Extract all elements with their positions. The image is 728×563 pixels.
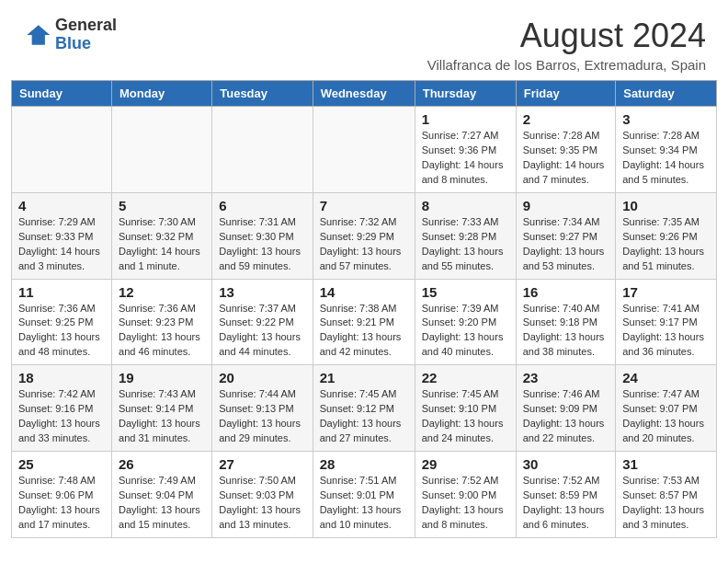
day-number: 7 (320, 198, 408, 213)
day-cell: 3Sunrise: 7:28 AMSunset: 9:34 PMDaylight… (616, 107, 717, 193)
day-number: 1 (422, 111, 509, 127)
day-info: Sunrise: 7:32 AMSunset: 9:29 PMDaylight:… (320, 215, 408, 274)
day-number: 20 (219, 370, 305, 385)
day-number: 13 (219, 284, 305, 300)
week-row-5: 25Sunrise: 7:48 AMSunset: 9:06 PMDayligh… (12, 452, 717, 538)
day-number: 2 (523, 111, 609, 127)
day-cell: 18Sunrise: 7:42 AMSunset: 9:16 PMDayligh… (12, 365, 112, 452)
calendar-table: Sunday Monday Tuesday Wednesday Thursday… (11, 80, 717, 538)
day-number: 18 (18, 370, 105, 385)
day-cell: 14Sunrise: 7:38 AMSunset: 9:21 PMDayligh… (313, 279, 415, 365)
logo: General Blue (22, 17, 117, 53)
day-info: Sunrise: 7:37 AMSunset: 9:22 PMDaylight:… (219, 302, 305, 361)
day-number: 25 (18, 456, 105, 472)
day-cell (212, 107, 313, 193)
day-cell: 13Sunrise: 7:37 AMSunset: 9:22 PMDayligh… (212, 279, 313, 365)
day-number: 14 (320, 284, 408, 300)
day-info: Sunrise: 7:52 AMSunset: 8:59 PMDaylight:… (523, 474, 609, 533)
day-number: 11 (18, 284, 105, 300)
day-number: 5 (119, 198, 205, 213)
day-info: Sunrise: 7:36 AMSunset: 9:25 PMDaylight:… (18, 302, 105, 361)
day-cell: 20Sunrise: 7:44 AMSunset: 9:13 PMDayligh… (212, 365, 313, 452)
day-info: Sunrise: 7:30 AMSunset: 9:32 PMDaylight:… (119, 215, 205, 274)
day-cell: 21Sunrise: 7:45 AMSunset: 9:12 PMDayligh… (313, 365, 415, 452)
col-monday: Monday (112, 81, 212, 107)
col-saturday: Saturday (616, 81, 717, 107)
day-number: 21 (320, 370, 408, 385)
day-cell: 9Sunrise: 7:34 AMSunset: 9:27 PMDaylight… (516, 192, 616, 279)
day-info: Sunrise: 7:45 AMSunset: 9:12 PMDaylight:… (320, 387, 408, 446)
day-cell: 27Sunrise: 7:50 AMSunset: 9:03 PMDayligh… (212, 452, 313, 538)
day-cell: 15Sunrise: 7:39 AMSunset: 9:20 PMDayligh… (415, 279, 516, 365)
day-cell (112, 107, 212, 193)
day-cell: 16Sunrise: 7:40 AMSunset: 9:18 PMDayligh… (516, 279, 616, 365)
day-info: Sunrise: 7:42 AMSunset: 9:16 PMDaylight:… (18, 387, 105, 446)
day-cell: 26Sunrise: 7:49 AMSunset: 9:04 PMDayligh… (112, 452, 212, 538)
day-info: Sunrise: 7:31 AMSunset: 9:30 PMDaylight:… (219, 215, 305, 274)
day-number: 26 (119, 456, 205, 472)
page-header: General Blue August 2024 Villafranca de … (0, 0, 728, 80)
day-cell (313, 107, 415, 193)
day-number: 3 (622, 111, 710, 127)
day-number: 23 (523, 370, 609, 385)
day-info: Sunrise: 7:28 AMSunset: 9:34 PMDaylight:… (622, 129, 710, 188)
col-tuesday: Tuesday (212, 81, 313, 107)
day-number: 10 (622, 198, 710, 213)
day-info: Sunrise: 7:47 AMSunset: 9:07 PMDaylight:… (622, 387, 710, 446)
day-cell: 23Sunrise: 7:46 AMSunset: 9:09 PMDayligh… (516, 365, 616, 452)
day-number: 19 (119, 370, 205, 385)
day-info: Sunrise: 7:33 AMSunset: 9:28 PMDaylight:… (422, 215, 509, 274)
col-sunday: Sunday (12, 81, 112, 107)
day-cell: 30Sunrise: 7:52 AMSunset: 8:59 PMDayligh… (516, 452, 616, 538)
day-info: Sunrise: 7:27 AMSunset: 9:36 PMDaylight:… (422, 129, 509, 188)
day-number: 4 (18, 198, 105, 213)
day-cell: 12Sunrise: 7:36 AMSunset: 9:23 PMDayligh… (112, 279, 212, 365)
calendar-wrapper: Sunday Monday Tuesday Wednesday Thursday… (0, 80, 728, 549)
day-number: 30 (523, 456, 609, 472)
col-wednesday: Wednesday (313, 81, 415, 107)
day-cell: 25Sunrise: 7:48 AMSunset: 9:06 PMDayligh… (12, 452, 112, 538)
day-cell: 10Sunrise: 7:35 AMSunset: 9:26 PMDayligh… (616, 192, 717, 279)
day-number: 15 (422, 284, 509, 300)
day-number: 16 (523, 284, 609, 300)
day-cell: 22Sunrise: 7:45 AMSunset: 9:10 PMDayligh… (415, 365, 516, 452)
day-cell: 8Sunrise: 7:33 AMSunset: 9:28 PMDaylight… (415, 192, 516, 279)
day-number: 8 (422, 198, 509, 213)
day-info: Sunrise: 7:53 AMSunset: 8:57 PMDaylight:… (622, 474, 710, 533)
day-cell: 5Sunrise: 7:30 AMSunset: 9:32 PMDaylight… (112, 192, 212, 279)
day-cell (12, 107, 112, 193)
day-info: Sunrise: 7:49 AMSunset: 9:04 PMDaylight:… (119, 474, 205, 533)
week-row-3: 11Sunrise: 7:36 AMSunset: 9:25 PMDayligh… (12, 279, 717, 365)
title-block: August 2024 Villafranca de los Barros, E… (427, 17, 706, 73)
day-number: 28 (320, 456, 408, 472)
day-cell: 24Sunrise: 7:47 AMSunset: 9:07 PMDayligh… (616, 365, 717, 452)
day-info: Sunrise: 7:28 AMSunset: 9:35 PMDaylight:… (523, 129, 609, 188)
day-cell: 17Sunrise: 7:41 AMSunset: 9:17 PMDayligh… (616, 279, 717, 365)
day-number: 31 (622, 456, 710, 472)
day-info: Sunrise: 7:35 AMSunset: 9:26 PMDaylight:… (622, 215, 710, 274)
logo-icon (22, 20, 51, 50)
day-info: Sunrise: 7:40 AMSunset: 9:18 PMDaylight:… (523, 302, 609, 361)
day-cell: 11Sunrise: 7:36 AMSunset: 9:25 PMDayligh… (12, 279, 112, 365)
day-info: Sunrise: 7:43 AMSunset: 9:14 PMDaylight:… (119, 387, 205, 446)
day-info: Sunrise: 7:29 AMSunset: 9:33 PMDaylight:… (18, 215, 105, 274)
day-cell: 2Sunrise: 7:28 AMSunset: 9:35 PMDaylight… (516, 107, 616, 193)
day-info: Sunrise: 7:51 AMSunset: 9:01 PMDaylight:… (320, 474, 408, 533)
day-info: Sunrise: 7:52 AMSunset: 9:00 PMDaylight:… (422, 474, 509, 533)
day-number: 6 (219, 198, 305, 213)
day-info: Sunrise: 7:41 AMSunset: 9:17 PMDaylight:… (622, 302, 710, 361)
week-row-1: 1Sunrise: 7:27 AMSunset: 9:36 PMDaylight… (12, 107, 717, 193)
day-number: 29 (422, 456, 509, 472)
day-cell: 1Sunrise: 7:27 AMSunset: 9:36 PMDaylight… (415, 107, 516, 193)
logo-blue-text: Blue (55, 35, 117, 53)
day-info: Sunrise: 7:46 AMSunset: 9:09 PMDaylight:… (523, 387, 609, 446)
day-info: Sunrise: 7:45 AMSunset: 9:10 PMDaylight:… (422, 387, 509, 446)
day-number: 9 (523, 198, 609, 213)
location-subtitle: Villafranca de los Barros, Extremadura, … (427, 57, 706, 73)
day-cell: 6Sunrise: 7:31 AMSunset: 9:30 PMDaylight… (212, 192, 313, 279)
day-info: Sunrise: 7:38 AMSunset: 9:21 PMDaylight:… (320, 302, 408, 361)
day-cell: 4Sunrise: 7:29 AMSunset: 9:33 PMDaylight… (12, 192, 112, 279)
day-number: 22 (422, 370, 509, 385)
day-info: Sunrise: 7:36 AMSunset: 9:23 PMDaylight:… (119, 302, 205, 361)
day-number: 24 (622, 370, 710, 385)
